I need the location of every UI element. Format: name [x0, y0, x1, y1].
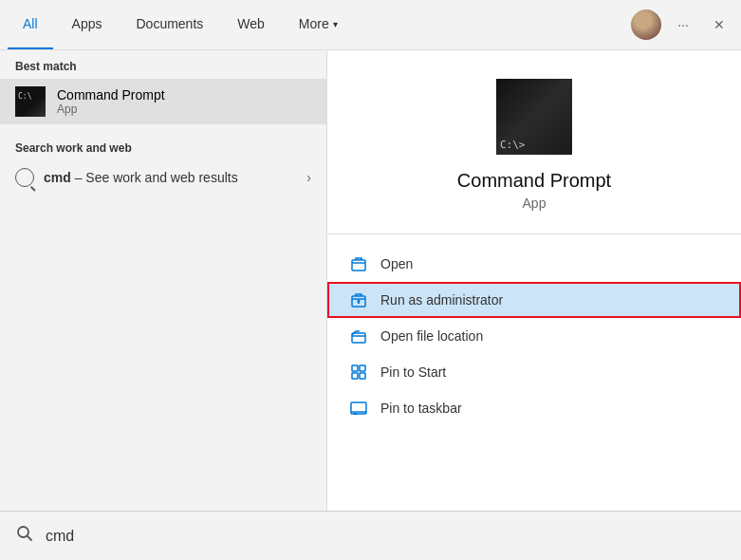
search-bar — [0, 511, 741, 560]
action-pin-taskbar-label: Pin to taskbar — [380, 401, 462, 416]
open-icon — [350, 255, 367, 272]
action-location[interactable]: Open file location — [327, 318, 741, 354]
tab-apps[interactable]: Apps — [57, 0, 118, 49]
svg-rect-9 — [354, 413, 357, 415]
divider — [327, 233, 741, 234]
nav-tabs: All Apps Documents Web More ▾ ··· ✕ — [0, 0, 741, 50]
section-web: Search work and web cmd – See work and w… — [0, 132, 326, 195]
location-icon — [350, 327, 367, 345]
right-panel: Command Prompt App Open — [327, 50, 741, 511]
close-button[interactable]: ✕ — [705, 10, 733, 39]
tab-web[interactable]: Web — [222, 0, 280, 49]
left-panel: Best match Command Prompt App Search wor… — [0, 50, 327, 511]
result-name: Command Prompt — [57, 87, 165, 103]
web-chevron-icon: › — [306, 170, 311, 185]
runas-icon — [350, 291, 367, 308]
web-search-row[interactable]: cmd – See work and web results › — [0, 160, 326, 195]
content-area: Best match Command Prompt App Search wor… — [0, 50, 741, 511]
action-pin-start-label: Pin to Start — [380, 364, 446, 380]
tab-more[interactable]: More ▾ — [284, 0, 353, 49]
search-bar-icon — [15, 524, 34, 548]
action-pin-start[interactable]: Pin to Start — [327, 354, 741, 390]
action-runas-label: Run as administrator — [380, 292, 503, 308]
svg-point-10 — [18, 527, 28, 537]
action-runas[interactable]: Run as administrator — [327, 282, 741, 318]
search-input[interactable] — [46, 528, 726, 545]
svg-rect-5 — [360, 365, 365, 371]
action-open[interactable]: Open — [327, 246, 741, 282]
svg-point-2 — [358, 300, 360, 302]
app-preview-name: Command Prompt — [457, 170, 611, 192]
tab-all[interactable]: All — [8, 0, 53, 49]
web-search-icon — [15, 168, 34, 187]
web-search-text: cmd – See work and web results — [44, 170, 238, 185]
pin-start-icon — [350, 364, 367, 381]
app-preview-icon — [496, 79, 572, 155]
result-item-cmd[interactable]: Command Prompt App — [0, 79, 326, 124]
action-pin-taskbar[interactable]: Pin to taskbar — [327, 390, 741, 426]
search-window: All Apps Documents Web More ▾ ··· ✕ Best… — [0, 0, 741, 560]
nav-right: ··· ✕ — [631, 9, 733, 40]
web-query-suffix: – See work and web results — [71, 170, 238, 185]
avatar-image — [631, 9, 661, 40]
ellipsis-button[interactable]: ··· — [669, 10, 697, 39]
cmd-icon-image — [15, 86, 46, 117]
chevron-down-icon: ▾ — [333, 19, 338, 29]
best-match-label: Best match — [0, 50, 326, 79]
result-type: App — [57, 103, 165, 116]
svg-rect-0 — [352, 260, 365, 271]
web-section-label: Search work and web — [0, 132, 326, 160]
action-open-label: Open — [380, 256, 413, 271]
svg-rect-6 — [352, 373, 358, 379]
avatar[interactable] — [631, 9, 661, 40]
pin-taskbar-icon — [350, 400, 367, 417]
action-location-label: Open file location — [380, 328, 483, 344]
cmd-app-icon — [15, 86, 46, 117]
svg-rect-3 — [352, 333, 365, 343]
actions-list: Open Run as administrator — [327, 242, 741, 430]
web-query: cmd — [44, 170, 71, 185]
app-preview-type: App — [523, 196, 546, 211]
tab-documents[interactable]: Documents — [120, 0, 218, 49]
result-text: Command Prompt App — [57, 87, 165, 116]
svg-rect-4 — [352, 365, 358, 371]
svg-rect-7 — [360, 373, 365, 379]
